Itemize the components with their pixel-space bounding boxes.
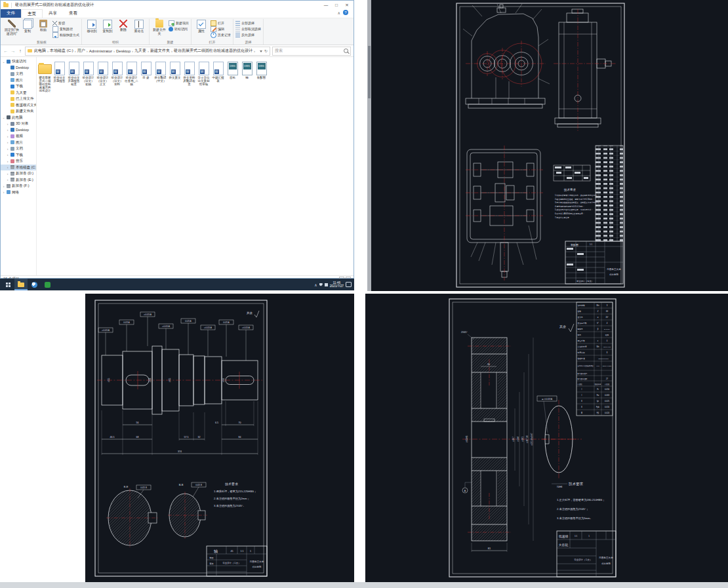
sidebar-item[interactable]: › 新加卷 (F:) — [1, 183, 36, 189]
sidebar-item[interactable]: 文档 — [1, 71, 36, 77]
file-item[interactable]: W DWG 毕业论文开题报告 — [52, 59, 66, 92]
sidebar-section-this-pc[interactable]: ⌄ 此电脑 — [1, 115, 36, 121]
start-button[interactable] — [1, 279, 14, 290]
ribbon-small-button[interactable]: 复制路径 — [52, 26, 79, 31]
file-item[interactable]: W DWG 学士学位论文原创性审核 — [197, 59, 211, 92]
ribbon-small-button[interactable]: 历史记录 — [211, 32, 231, 37]
ribbon-small-button[interactable]: 全部取消选择 — [235, 26, 261, 31]
file-item[interactable]: W DWG 硬齿面展开式二级圆柱齿轮减速器的优化设计 — [38, 59, 52, 92]
sidebar-item[interactable]: › 音乐 — [1, 158, 36, 165]
sidebar-item[interactable]: 九天要 — [1, 90, 36, 96]
file-item[interactable]: W DWG 毕业设计（论文）正文 — [96, 59, 110, 92]
file-item[interactable]: W DWG 外文资料及翻译检查 — [182, 59, 196, 92]
address-bar[interactable]: 此电脑本地磁盘 (C:)用户AdministratorDesktop九天要新建文… — [25, 47, 270, 56]
breadcrumb-segment[interactable]: Desktop — [116, 49, 134, 53]
ribbon-small-button[interactable]: 反向选择 — [235, 32, 261, 37]
menu-tab[interactable]: 查看 — [63, 9, 83, 18]
sidebar-item[interactable]: › 视频 — [1, 133, 36, 140]
assembly-drawing: 技术要求 1.装配前所有零件用煤油清洗，滚动轴承用汽油清洗； 2.啮合侧隙用铅丝… — [367, 0, 728, 291]
sidebar-item[interactable]: › Desktop — [1, 127, 36, 134]
file-item[interactable]: W DWG 外文翻译（中文） — [153, 59, 167, 92]
file-item[interactable]: W DWG 目 录 — [139, 59, 153, 92]
file-item[interactable]: W DWG 齿轮 — [226, 59, 239, 92]
file-item[interactable]: W DWG 轴 — [240, 59, 254, 92]
chevron-icon: ⌄ — [2, 115, 5, 119]
ribbon-button[interactable]: 重命名 — [131, 19, 147, 39]
svg-text:制图: 制图 — [210, 557, 214, 559]
word-document-icon: W — [69, 62, 79, 75]
chevron-down-icon[interactable] — [260, 50, 262, 54]
breadcrumb-segment[interactable]: 硬齿面展开式二级圆柱齿轮减速器的优化设计 — [174, 48, 256, 54]
file-item[interactable]: W DWG 毕业设计任务书_二稿 — [125, 59, 138, 92]
file-item[interactable]: W DWG 外文原文 — [168, 59, 182, 92]
part-name: 装配图 — [571, 243, 578, 246]
menu-tab[interactable]: 文件 — [1, 9, 21, 18]
taskbar-file-explorer[interactable] — [14, 279, 28, 290]
breadcrumb-segment[interactable]: 用户 — [77, 48, 89, 54]
sidebar-item[interactable]: › 新加卷 (E:) — [1, 177, 36, 184]
back-icon[interactable]: ← — [3, 49, 9, 53]
sidebar-item[interactable]: › 文档 — [1, 146, 36, 152]
breadcrumb-segment[interactable]: Administrator — [89, 49, 116, 53]
scrollbar[interactable] — [367, 0, 371, 291]
ribbon-button[interactable]: 固定到"快速访问" — [4, 19, 20, 39]
breadcrumb-segment[interactable]: 此电脑 — [34, 48, 50, 54]
action-center-icon[interactable] — [346, 282, 352, 287]
up-icon[interactable]: ↑ — [18, 49, 23, 53]
menu-tab[interactable]: 共享 — [43, 9, 63, 18]
breadcrumb-segment[interactable]: 九天要 — [134, 48, 150, 54]
ribbon-button[interactable]: 复制 — [20, 19, 35, 39]
ribbon-button[interactable]: 移动到 — [84, 19, 100, 39]
file-item[interactable]: W DWG 毕业设计（论文）资料 — [110, 59, 124, 92]
breadcrumb-segment[interactable]: 本地磁盘 (C:) — [50, 48, 77, 54]
breadcrumb-segment[interactable]: 新建文件夹 — [150, 48, 174, 54]
sidebar-section-quick-access[interactable]: ⌄ 快速访问 — [1, 58, 36, 65]
sidebar-item[interactable]: 已上传文件 — [1, 96, 36, 102]
sidebar-item[interactable]: › 图片 — [1, 140, 36, 146]
ribbon-small-button[interactable]: 轻松访问 — [169, 26, 189, 31]
sidebar-item[interactable]: 下载 — [1, 83, 36, 90]
sidebar-item[interactable]: › 本地磁盘 (C:) — [1, 165, 36, 171]
ribbon-small-button[interactable]: 新建项目 — [169, 20, 189, 26]
sidebar-item[interactable]: Desktop — [1, 65, 36, 71]
ribbon-small-button[interactable]: 粘贴快捷方式 — [52, 32, 79, 37]
sidebar-item[interactable]: › 3D 对象 — [1, 121, 36, 127]
help-icon[interactable]: ? — [343, 10, 348, 15]
ribbon-button[interactable]: 新建文件夹 — [152, 19, 167, 39]
folder-icon — [28, 49, 32, 52]
ribbon-button[interactable]: 粘贴 — [35, 19, 51, 39]
ribbon-button[interactable]: 复制到 — [100, 19, 115, 39]
taskbar-clock[interactable]: 11:46 2021/7/27 — [330, 281, 344, 288]
forward-icon[interactable]: → — [10, 49, 16, 53]
ribbon-button[interactable]: 删除 — [115, 19, 131, 39]
svg-text:变位系数: 变位系数 — [578, 340, 585, 342]
minimize-button[interactable]: — — [321, 1, 331, 9]
collapse-ribbon-icon[interactable]: ∧ — [338, 10, 340, 15]
ribbon-small-button[interactable]: 打开 — [211, 20, 231, 26]
sidebar-item[interactable]: 教援模式文件夹 — [1, 102, 36, 109]
tray-expand-icon[interactable]: ∧ — [314, 283, 317, 287]
file-item[interactable]: W DWG 装配图 — [254, 59, 268, 92]
sidebar-item[interactable]: › 网络 — [1, 189, 36, 196]
sidebar-item[interactable]: 新建文件夹 — [1, 108, 36, 115]
svg-text:0.025 A: 0.025 A — [123, 321, 130, 324]
file-item[interactable]: W DWG 中期汇报表 — [211, 59, 225, 92]
file-item[interactable]: W DWG 毕业设计（论文）初稿 — [81, 59, 95, 92]
sidebar-item[interactable]: › 新加卷 (D:) — [1, 170, 36, 177]
security-tray-icon[interactable] — [319, 283, 323, 286]
menu-tab[interactable]: 主页 — [21, 9, 43, 18]
ribbon-button[interactable]: 属性 — [193, 19, 209, 39]
taskbar-browser[interactable] — [28, 279, 41, 290]
tray-icon[interactable] — [325, 283, 328, 286]
search-box[interactable]: 搜索 — [272, 47, 351, 56]
sidebar-item[interactable]: 图片 — [1, 77, 36, 84]
taskbar-app[interactable] — [41, 279, 54, 290]
sidebar-item[interactable]: › 下载 — [1, 152, 36, 159]
file-item[interactable]: W DWG 毕业论文开题报告检查 — [67, 59, 81, 92]
ribbon-small-button[interactable]: 剪切 — [52, 20, 79, 26]
ribbon-small-button[interactable]: 编辑 — [211, 26, 231, 31]
ribbon-small-button[interactable]: 全部选择 — [235, 20, 261, 26]
refresh-icon[interactable]: ↻ — [264, 49, 268, 53]
close-button[interactable]: ✕ — [342, 1, 352, 9]
maximize-button[interactable]: □ — [331, 1, 342, 9]
